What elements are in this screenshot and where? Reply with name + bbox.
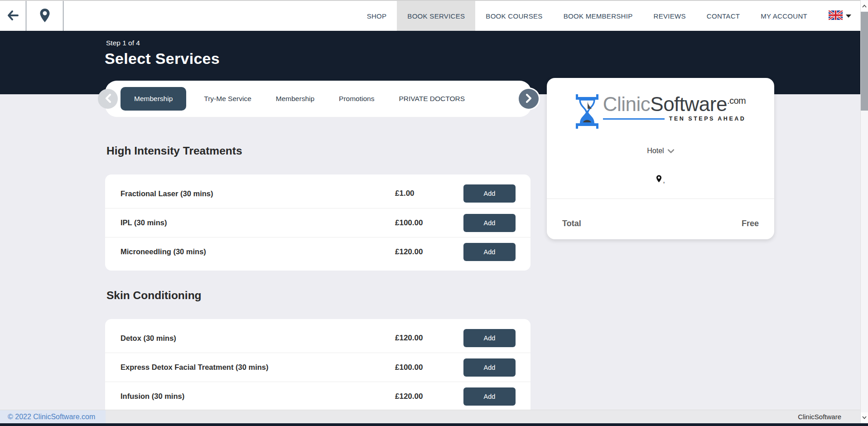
brand-text-gray: Clinic	[603, 93, 651, 115]
brand-wordmark: ClinicSoftware.com TEN STEPS AHEAD	[603, 94, 746, 122]
nav-item-shop[interactable]: SHOP	[357, 1, 397, 31]
service-name: Fractional Laser (30 mins)	[121, 189, 395, 198]
service-price: £1.00	[395, 189, 463, 198]
chevron-right-icon	[526, 94, 532, 104]
cart-address-row: ,	[547, 175, 774, 184]
service-card: Detox (30 mins)£120.00AddExpress Detox F…	[105, 319, 530, 415]
location-pin-small-icon	[656, 175, 662, 184]
chevron-down-icon	[668, 147, 674, 155]
tagline-rule	[603, 118, 665, 120]
tab-private-doctors[interactable]: PRIVATE DOCTORS	[386, 87, 477, 111]
uk-flag-icon	[829, 10, 843, 22]
location-button[interactable]	[26, 1, 63, 31]
service-price: £120.00	[395, 392, 463, 401]
tab-membership[interactable]: Membership	[121, 87, 186, 111]
service-name: IPL (30 mins)	[121, 218, 395, 227]
clinicsoftware-logo: ClinicSoftware.com TEN STEPS AHEAD	[547, 94, 774, 131]
nav-item-my-account[interactable]: MY ACCOUNT	[750, 1, 818, 31]
hourglass-logo-icon	[575, 94, 599, 131]
back-arrow-icon	[7, 10, 19, 22]
location-name: Hotel	[647, 147, 664, 155]
brand-tagline: TEN STEPS AHEAD	[669, 116, 746, 122]
scrollbar-down-icon[interactable]	[861, 412, 868, 422]
brand-tld: .com	[727, 96, 746, 106]
main-nav: SHOPBOOK SERVICESBOOK COURSESBOOK MEMBER…	[357, 1, 818, 31]
tab-membership[interactable]: Membership	[264, 87, 327, 111]
brand-text-dark: Software	[650, 93, 727, 115]
service-name: Microneedling (30 mins)	[121, 247, 395, 256]
service-row: Infusion (30 mins)£120.00Add	[105, 382, 530, 411]
tabs-next-button[interactable]	[519, 89, 539, 109]
footer-copyright-link[interactable]: © 2022 ClinicSoftware.com	[8, 413, 95, 421]
scrollbar-up-icon[interactable]	[861, 1, 868, 11]
service-name: Infusion (30 mins)	[121, 392, 395, 401]
category-tabs-bar: MembershipTry-Me ServiceMembershipPromot…	[105, 81, 531, 117]
language-selector[interactable]	[818, 1, 860, 31]
add-service-button[interactable]: Add	[463, 214, 516, 232]
tabs-prev-button[interactable]	[98, 89, 118, 109]
bottom-dark-strip	[0, 423, 868, 426]
add-service-button[interactable]: Add	[463, 243, 516, 261]
cart-summary-card: ClinicSoftware.com TEN STEPS AHEAD Hotel…	[547, 78, 774, 239]
section-heading: High Intensity Treatments	[106, 144, 530, 158]
top-navigation-bar: SHOPBOOK SERVICESBOOK COURSESBOOK MEMBER…	[0, 0, 860, 31]
nav-item-book-services[interactable]: BOOK SERVICES	[397, 1, 475, 31]
nav-item-reviews[interactable]: REVIEWS	[643, 1, 696, 31]
service-section: High Intensity TreatmentsFractional Lase…	[105, 144, 530, 271]
page-title: Select Services	[105, 50, 220, 68]
footer: © 2022 ClinicSoftware.com ClinicSoftware	[0, 410, 860, 423]
add-service-button[interactable]: Add	[463, 358, 516, 377]
page-scrollbar[interactable]	[860, 0, 868, 423]
service-price: £120.00	[395, 247, 463, 257]
service-name: Express Detox Facial Treatment (30 mins)	[121, 363, 395, 372]
cart-total-row: Total Free	[562, 219, 759, 228]
location-dropdown[interactable]: Hotel	[547, 147, 774, 155]
category-tabs: MembershipTry-Me ServiceMembershipPromot…	[121, 87, 477, 111]
nav-item-book-courses[interactable]: BOOK COURSES	[475, 1, 553, 31]
add-service-button[interactable]: Add	[463, 387, 516, 406]
nav-spacer	[63, 1, 357, 31]
services-content: High Intensity TreatmentsFractional Lase…	[105, 119, 530, 415]
nav-item-contact[interactable]: CONTACT	[696, 1, 750, 31]
cart-address-text: ,	[663, 176, 665, 184]
add-service-button[interactable]: Add	[463, 329, 516, 347]
service-name: Detox (30 mins)	[121, 334, 395, 343]
section-heading: Skin Conditioning	[106, 289, 530, 302]
service-row: IPL (30 mins)£100.00Add	[105, 208, 530, 237]
footer-brand-text: ClinicSoftware	[798, 413, 841, 421]
total-value: Free	[742, 219, 759, 228]
total-label: Total	[562, 219, 581, 228]
nav-item-book-membership[interactable]: BOOK MEMBERSHIP	[553, 1, 643, 31]
service-section: Skin ConditioningDetox (30 mins)£120.00A…	[105, 289, 530, 415]
brand-tagline-row: TEN STEPS AHEAD	[603, 116, 746, 122]
service-card: Fractional Laser (30 mins)£1.00AddIPL (3…	[105, 174, 530, 271]
location-pin-icon	[39, 8, 50, 24]
cart-divider	[547, 198, 774, 199]
service-price: £100.00	[395, 218, 463, 228]
service-row: Fractional Laser (30 mins)£1.00Add	[105, 179, 530, 208]
chevron-left-icon	[105, 94, 111, 104]
scrollbar-thumb[interactable]	[861, 12, 868, 111]
tab-promotions[interactable]: Promotions	[327, 87, 386, 111]
back-button[interactable]	[0, 1, 26, 31]
service-price: £100.00	[395, 363, 463, 372]
step-indicator: Step 1 of 4	[106, 39, 140, 47]
caret-down-icon	[846, 15, 851, 18]
service-row: Detox (30 mins)£120.00Add	[105, 324, 530, 353]
service-row: Express Detox Facial Treatment (30 mins)…	[105, 353, 530, 382]
add-service-button[interactable]: Add	[463, 184, 516, 203]
tab-try-me-service[interactable]: Try-Me Service	[192, 87, 264, 111]
service-price: £120.00	[395, 334, 463, 343]
service-row: Microneedling (30 mins)£120.00Add	[105, 237, 530, 266]
